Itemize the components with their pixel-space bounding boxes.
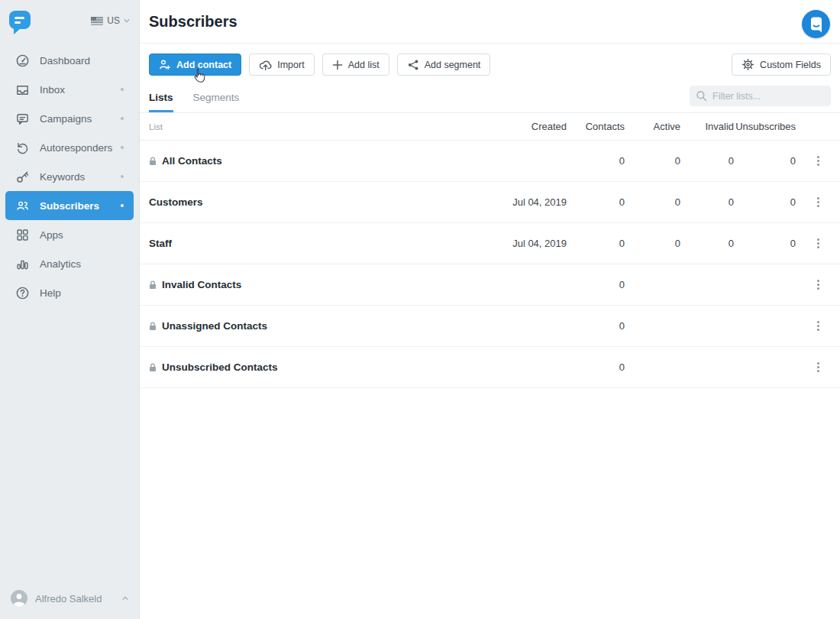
list-name[interactable]: All Contacts [149,155,479,167]
analytics-icon [15,256,30,271]
list-name[interactable]: Unsubscribed Contacts [149,361,479,373]
tab-lists[interactable]: Lists [149,92,173,112]
table-header-row: List Created Contacts Active Invalid Uns… [140,113,840,141]
plus-icon [332,60,343,70]
sidebar-item-label: Campaigns [40,113,92,125]
search-icon [696,90,707,102]
col-header-list: List [149,122,479,131]
region-selector[interactable]: US [91,15,130,26]
table-row[interactable]: CustomersJul 04, 20190000 [140,182,840,223]
sidebar-item-autoresponders[interactable]: Autoresponders [5,133,134,162]
sidebar-item-inbox[interactable]: Inbox [5,75,134,104]
sidebar-top: US [0,0,139,37]
sidebar-item-dashboard[interactable]: Dashboard [5,46,134,75]
segment-share-icon [407,59,419,71]
lock-icon [149,280,157,290]
row-actions [796,359,840,375]
sidebar-item-campaigns[interactable]: Campaigns [5,104,134,133]
list-name[interactable]: Customers [149,196,479,208]
toolbar: Add contact Import Add list [140,44,840,76]
table-row[interactable]: Unassigned Contacts0 [140,306,840,347]
col-header-contacts: Contacts [567,121,625,132]
filter-lists-input[interactable] [690,86,831,106]
sidebar-item-label: Dashboard [40,55,90,66]
row-menu-button[interactable] [813,194,824,210]
unsubscribes-cell: 0 [734,196,796,208]
row-menu-button[interactable] [813,277,824,293]
main-content: Subscribers Add contact [140,0,840,619]
chevron-up-icon [122,595,128,601]
active-cell: 0 [625,196,680,208]
active-cell: 0 [625,238,680,249]
contacts-cell: 0 [567,238,625,249]
subscribers-icon [15,198,30,213]
list-name[interactable]: Invalid Contacts [149,279,479,290]
dashboard-icon [15,53,30,68]
active-cell: 0 [625,155,680,167]
gear-icon [741,58,754,71]
user-menu[interactable]: Alfredo Salkeld [0,578,139,619]
custom-fields-button[interactable]: Custom Fields [732,53,831,76]
person-plus-icon [159,59,171,71]
sidebar-item-apps[interactable]: Apps [5,220,134,249]
table-row[interactable]: Unsubscribed Contacts0 [140,347,840,388]
tab-segments[interactable]: Segments [193,92,240,112]
sidebar-item-subscribers[interactable]: Subscribers [5,191,134,220]
list-name[interactable]: Unassigned Contacts [149,320,479,332]
import-button[interactable]: Import [249,53,314,76]
created-cell: Jul 04, 2019 [479,238,567,249]
sidebar-item-label: Keywords [40,171,85,183]
sidebar-item-analytics[interactable]: Analytics [5,249,134,278]
autoresponders-icon [15,140,30,155]
add-list-button[interactable]: Add list [322,53,389,76]
user-name: Alfredo Salkeld [35,593,102,604]
notification-dot [121,204,124,207]
sidebar-item-help[interactable]: Help [5,278,134,307]
col-header-created: Created [479,121,567,132]
row-menu-button[interactable] [813,359,824,375]
row-menu-button[interactable] [813,318,824,334]
contacts-cell: 0 [567,361,625,373]
us-flag-icon [91,17,103,25]
col-header-unsubscribes: Unsubscribes [734,121,796,132]
created-cell: Jul 04, 2019 [479,196,567,208]
row-menu-button[interactable] [813,153,824,169]
sidebar-nav: DashboardInboxCampaignsAutorespondersKey… [0,46,139,578]
sidebar-item-label: Help [40,287,61,299]
filter-lists-field [690,86,831,106]
notification-dot [121,175,124,178]
contacts-cell: 0 [567,155,625,167]
sidebar: US DashboardInboxCampaignsAutoresponders… [0,0,140,619]
apps-icon [15,227,30,242]
notification-dot [121,117,124,120]
list-name[interactable]: Staff [149,238,479,249]
invalid-cell: 0 [680,196,734,208]
notification-dot [121,88,124,91]
help-icon [15,285,30,300]
row-actions [796,277,840,293]
region-label: US [107,15,120,26]
app-logo-icon[interactable] [8,9,32,37]
unsubscribes-cell: 0 [734,155,796,167]
sidebar-item-label: Apps [40,229,63,241]
chat-bubble-icon [809,16,824,33]
chat-launcher-button[interactable] [802,10,830,38]
tab-bar: Lists Segments [140,85,840,113]
contacts-cell: 0 [567,279,625,290]
sidebar-item-keywords[interactable]: Keywords [5,162,134,191]
campaigns-icon [15,111,30,126]
add-segment-button[interactable]: Add segment [397,53,491,76]
row-menu-button[interactable] [813,235,824,251]
add-contact-button[interactable]: Add contact [149,53,241,76]
lock-icon [149,363,157,372]
table-row[interactable]: All Contacts0000 [140,141,840,182]
page-title: Subscribers [149,13,237,31]
table-row[interactable]: StaffJul 04, 20190000 [140,223,840,264]
invalid-cell: 0 [680,155,734,167]
table-row[interactable]: Invalid Contacts0 [140,264,840,306]
lists-table: List Created Contacts Active Invalid Uns… [140,113,840,388]
row-actions [796,235,840,251]
page-header: Subscribers [140,0,840,44]
lock-icon [149,322,157,331]
lock-icon [149,157,157,166]
